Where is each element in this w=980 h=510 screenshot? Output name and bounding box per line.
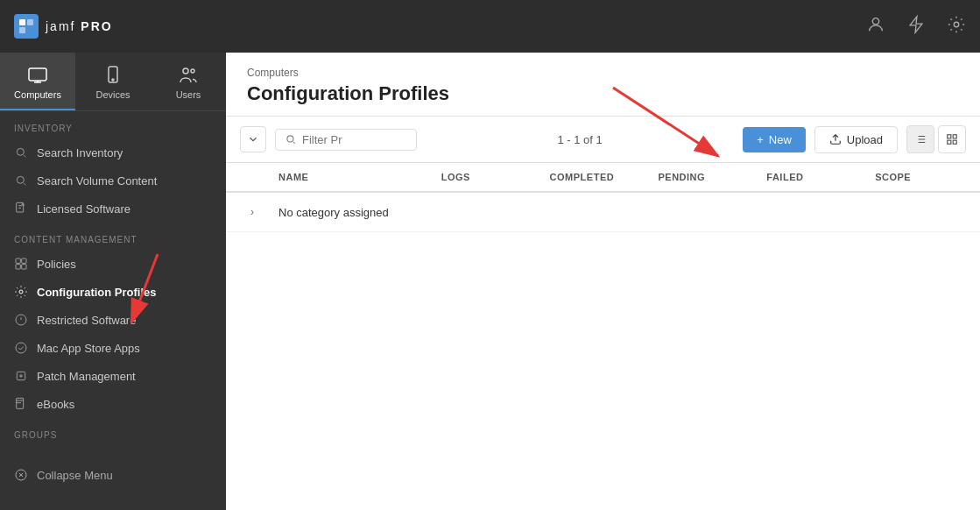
svg-rect-27	[948, 140, 951, 144]
svg-point-4	[954, 22, 959, 27]
content-header: Computers Configuration Profiles	[226, 53, 980, 117]
sidebar-item-search-volume-label: Search Volume Content	[37, 174, 157, 188]
svg-point-3	[872, 18, 878, 24]
row-failed	[756, 202, 864, 223]
sidebar-item-mac-appstore[interactable]: Mac App Store Apps	[0, 334, 226, 362]
filter-input[interactable]	[302, 133, 407, 146]
upload-button-label: Upload	[847, 133, 883, 146]
filter-input-wrap	[275, 129, 417, 151]
bolt-icon[interactable]	[906, 15, 926, 39]
toolbar: 1 - 1 of 1 + New Upload	[226, 117, 980, 163]
sidebar-item-restricted-software[interactable]: Restricted Software	[0, 306, 226, 334]
topbar: jamf PRO	[0, 0, 980, 53]
view-toggle	[906, 125, 966, 153]
plus-icon: +	[757, 133, 764, 146]
svg-rect-14	[22, 259, 26, 263]
upload-button[interactable]: Upload	[814, 126, 898, 153]
user-icon[interactable]	[866, 15, 885, 39]
content-management-section-label: CONTENT MANAGEMENT	[0, 223, 226, 250]
collapse-menu-label: Collapse Menu	[37, 469, 113, 482]
gear-icon[interactable]	[947, 15, 966, 39]
grid-view-btn[interactable]	[938, 125, 966, 153]
new-button-label: New	[769, 133, 792, 146]
col-failed: FAILED	[756, 163, 864, 191]
topbar-icons	[866, 15, 966, 39]
sidebar-item-licensed-software-label: Licensed Software	[37, 202, 130, 216]
table-row[interactable]: › No category assigned	[226, 193, 980, 232]
col-expand	[233, 163, 268, 191]
nav-computers[interactable]: Computers	[0, 53, 75, 110]
sidebar-item-mac-appstore-label: Mac App Store Apps	[37, 342, 140, 355]
svg-point-8	[183, 68, 188, 74]
svg-rect-0	[19, 19, 25, 25]
col-name: NAME	[268, 163, 431, 191]
svg-point-19	[16, 343, 26, 353]
sidebar-item-config-profiles[interactable]: Configuration Profiles	[0, 278, 226, 306]
table-header: NAME LOGS COMPLETED PENDING FAILED SCOPE	[226, 163, 980, 193]
col-scope: SCOPE	[864, 163, 973, 191]
svg-point-17	[19, 290, 23, 294]
row-logs	[431, 202, 539, 223]
col-pending: PENDING	[647, 163, 756, 191]
sidebar-item-search-inventory[interactable]: Search Inventory	[0, 138, 226, 166]
sidebar-item-policies-label: Policies	[37, 258, 76, 271]
expand-btn[interactable]: ›	[233, 193, 268, 231]
nav-icons-row: Computers Devices Users	[0, 53, 226, 111]
list-view-btn[interactable]	[906, 125, 934, 153]
main-layout: Computers Devices Users INVENTORY S	[0, 53, 980, 510]
svg-point-9	[191, 69, 194, 73]
breadcrumb: Computers	[247, 67, 959, 79]
row-scope	[864, 202, 973, 223]
sidebar-item-search-inventory-label: Search Inventory	[37, 146, 123, 159]
svg-rect-25	[948, 135, 951, 138]
content-area: Computers Configuration Profiles 1 - 1 o…	[226, 53, 980, 510]
svg-rect-5	[29, 68, 46, 81]
svg-rect-26	[953, 135, 956, 138]
sidebar-item-licensed-software[interactable]: Licensed Software	[0, 195, 226, 223]
new-button[interactable]: + New	[743, 127, 806, 152]
sidebar: Computers Devices Users INVENTORY S	[0, 53, 226, 510]
sidebar-item-policies[interactable]: Policies	[0, 250, 226, 278]
svg-rect-21	[17, 398, 24, 408]
groups-section-label: GROUPS	[0, 418, 226, 445]
nav-users[interactable]: Users	[151, 53, 226, 110]
collapse-menu[interactable]: Collapse Menu	[0, 459, 226, 491]
svg-point-11	[17, 176, 24, 183]
sidebar-item-config-profiles-label: Configuration Profiles	[37, 286, 157, 299]
nav-computers-label: Computers	[14, 89, 61, 100]
logo-icon	[14, 14, 39, 39]
nav-devices[interactable]: Devices	[75, 53, 151, 110]
page-title: Configuration Profiles	[247, 82, 959, 116]
svg-rect-2	[19, 27, 25, 33]
table-area: NAME LOGS COMPLETED PENDING FAILED SCOPE…	[226, 163, 980, 510]
nav-devices-label: Devices	[95, 89, 130, 100]
sidebar-item-restricted-software-label: Restricted Software	[37, 314, 136, 327]
sidebar-item-ebooks-label: eBooks	[37, 398, 74, 411]
collapse-table-btn[interactable]	[240, 126, 266, 152]
logo-text: jamf PRO	[46, 19, 113, 33]
record-count: 1 - 1 of 1	[426, 133, 734, 146]
row-completed	[539, 202, 648, 223]
svg-rect-13	[16, 259, 20, 263]
row-pending	[647, 202, 756, 223]
inventory-section-label: INVENTORY	[0, 111, 226, 138]
svg-rect-1	[27, 19, 33, 25]
sidebar-item-patch-management[interactable]: Patch Management	[0, 362, 226, 390]
svg-point-10	[17, 148, 24, 155]
row-name: No category assigned	[268, 195, 431, 230]
svg-rect-15	[16, 265, 20, 269]
sidebar-item-patch-management-label: Patch Management	[37, 370, 136, 383]
svg-point-23	[287, 136, 293, 142]
sidebar-item-search-volume[interactable]: Search Volume Content	[0, 166, 226, 195]
col-completed: COMPLETED	[539, 163, 648, 191]
svg-rect-16	[22, 265, 26, 269]
svg-rect-28	[953, 140, 956, 144]
col-logs: LOGS	[431, 163, 539, 191]
sidebar-item-ebooks[interactable]: eBooks	[0, 390, 226, 418]
logo: jamf PRO	[14, 14, 113, 39]
svg-point-7	[112, 79, 114, 81]
nav-users-label: Users	[176, 89, 201, 100]
